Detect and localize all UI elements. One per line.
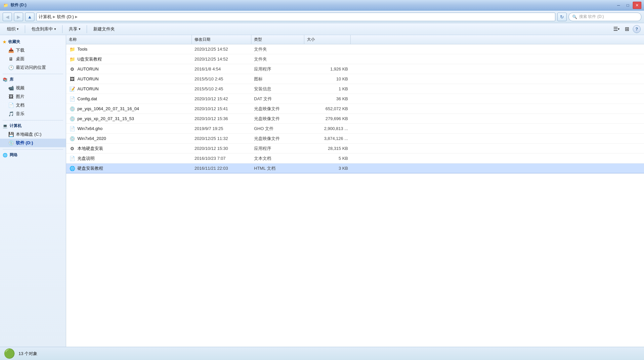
col-date-header[interactable]: 修改日期 xyxy=(192,35,251,44)
file-name: Win7x64.gho xyxy=(77,126,103,131)
table-row[interactable]: 📝 AUTORUN 2015/5/10 2:45 安装信息 1 KB xyxy=(66,84,644,94)
recent-icon: 🕐 xyxy=(8,65,14,70)
sidebar-item-image[interactable]: 🖼 图片 xyxy=(0,92,66,101)
help-label: ? xyxy=(635,26,638,31)
recent-label: 最近访问的位置 xyxy=(16,65,46,70)
file-type: 光盘映像文件 xyxy=(251,106,304,112)
sidebar-item-drive-d[interactable]: 💿 软件 (D:) xyxy=(0,139,66,147)
sidebar-item-desktop[interactable]: 🖥 桌面 xyxy=(0,55,66,63)
sidebar: ★ 收藏夹 📥 下载 🖥 桌面 🕐 最近访问的位置 📚 库 xyxy=(0,35,66,347)
file-icon: ⚙ xyxy=(69,66,75,72)
drive-d-label: 软件 (D:) xyxy=(16,140,33,146)
file-type: 文件夹 xyxy=(251,46,304,52)
breadcrumb[interactable]: 计算机 ▶ 软件 (D:) ▶ xyxy=(36,13,555,21)
minimize-button[interactable]: ─ xyxy=(614,2,623,9)
refresh-button[interactable]: ↻ xyxy=(557,13,567,21)
image-icon: 🖼 xyxy=(8,94,14,100)
titlebar-left: 📁 软件 (D:) xyxy=(3,2,26,8)
table-row[interactable]: 📁 U盘安装教程 2020/12/25 14:52 文件夹 xyxy=(66,54,644,64)
sidebar-item-download[interactable]: 📥 下载 xyxy=(0,46,66,55)
table-row[interactable]: ⚙ AUTORUN 2016/1/8 4:54 应用程序 1,926 KB xyxy=(66,64,644,74)
sidebar-item-video[interactable]: 📹 视频 xyxy=(0,84,66,92)
sidebar-item-doc[interactable]: 📄 文档 xyxy=(0,101,66,110)
forward-button[interactable]: ▶ xyxy=(14,13,23,21)
titlebar: 📁 软件 (D:) ─ □ ✕ xyxy=(0,0,644,11)
local-c-label: 本地磁盘 (C:) xyxy=(16,131,41,137)
file-date: 2016/11/21 22:03 xyxy=(192,166,251,171)
toolbar-sep-3 xyxy=(87,25,87,33)
library-icon: 📚 xyxy=(3,77,8,82)
view-arrow: ▾ xyxy=(618,27,620,31)
file-date: 2020/10/12 15:41 xyxy=(192,106,251,111)
organize-label: 组织 xyxy=(7,26,16,32)
library-label: 库 xyxy=(10,77,14,82)
file-name: pe_yqs_xp_20_07_31_15_53 xyxy=(77,116,134,121)
toolbar-sep-2 xyxy=(62,25,63,33)
image-label: 图片 xyxy=(16,94,24,100)
file-name: Win7x64_2020 xyxy=(77,136,106,141)
download-icon: 📥 xyxy=(8,47,14,53)
file-type: 图标 xyxy=(251,76,304,82)
view-toggle-button[interactable]: ☰ ▾ xyxy=(612,24,621,34)
file-date: 2020/12/25 14:52 xyxy=(192,47,251,52)
table-row[interactable]: 💿 pe_yqs_xp_20_07_31_15_53 2020/10/12 15… xyxy=(66,114,644,124)
breadcrumb-drive[interactable]: 软件 (D:) xyxy=(57,14,74,20)
file-type: HTML 文档 xyxy=(251,165,304,171)
include-library-button[interactable]: 包含到库中 ▾ xyxy=(28,24,60,34)
file-size: 10 KB xyxy=(304,76,351,81)
toolbar-sep-1 xyxy=(25,25,25,33)
breadcrumb-computer[interactable]: 计算机 xyxy=(39,14,52,20)
forward-icon: ▶ xyxy=(17,14,21,20)
file-date: 2020/12/25 14:52 xyxy=(192,57,251,62)
video-icon: 📹 xyxy=(8,85,14,91)
file-type: GHO 文件 xyxy=(251,126,304,132)
search-bar[interactable]: 🔍 搜索 软件 (D:) xyxy=(569,13,641,21)
table-row[interactable]: 📁 Tools 2020/12/25 14:52 文件夹 xyxy=(66,44,644,54)
file-size: 5 KB xyxy=(304,156,351,161)
col-name-header[interactable]: 名称 xyxy=(66,35,192,44)
file-size: 652,072 KB xyxy=(304,106,351,111)
computer-header[interactable]: 💻 计算机 xyxy=(0,122,66,130)
table-row[interactable]: ⚙ 本地硬盘安装 2020/10/12 15:30 应用程序 28,315 KB xyxy=(66,144,644,154)
col-size-header[interactable]: 大小 xyxy=(304,35,351,44)
favorites-header[interactable]: ★ 收藏夹 xyxy=(0,38,66,46)
view-list-button[interactable]: ⊞ xyxy=(622,24,631,34)
organize-button[interactable]: 组织 ▾ xyxy=(3,24,22,34)
table-row[interactable]: 📄 Win7x64.gho 2019/9/7 19:25 GHO 文件 2,90… xyxy=(66,124,644,134)
close-button[interactable]: ✕ xyxy=(633,2,641,9)
sidebar-item-local-c[interactable]: 💾 本地磁盘 (C:) xyxy=(0,130,66,139)
table-row[interactable]: 📄 光盘说明 2016/10/23 7:07 文本文档 5 KB xyxy=(66,154,644,163)
table-row[interactable]: 🖼 AUTORUN 2015/5/10 2:45 图标 10 KB xyxy=(66,74,644,84)
sidebar-item-recent[interactable]: 🕐 最近访问的位置 xyxy=(0,63,66,72)
back-button[interactable]: ◀ xyxy=(3,13,12,21)
file-date: 2019/9/7 19:25 xyxy=(192,126,251,131)
table-row[interactable]: 📄 Config.dat 2020/10/12 15:42 DAT 文件 36 … xyxy=(66,94,644,104)
share-arrow: ▾ xyxy=(79,27,80,31)
table-row[interactable]: 🌐 硬盘安装教程 2016/11/21 22:03 HTML 文档 3 KB xyxy=(66,163,644,173)
file-type: 光盘映像文件 xyxy=(251,136,304,142)
network-header[interactable]: 🌐 网络 xyxy=(0,151,66,159)
file-size: 3,874,126 ... xyxy=(304,136,351,141)
library-header[interactable]: 📚 库 xyxy=(0,75,66,84)
file-size: 36 KB xyxy=(304,96,351,101)
file-type: 应用程序 xyxy=(251,146,304,152)
up-button[interactable]: ▲ xyxy=(25,13,34,21)
help-button[interactable]: ? xyxy=(633,25,641,33)
file-size: 2,900,813 ... xyxy=(304,126,351,131)
file-date: 2020/12/25 11:32 xyxy=(192,136,251,141)
column-header: 名称 修改日期 类型 大小 xyxy=(66,35,644,44)
new-folder-button[interactable]: 新建文件夹 xyxy=(90,24,118,34)
table-row[interactable]: 💿 Win7x64_2020 2020/12/25 11:32 光盘映像文件 3… xyxy=(66,134,644,144)
sidebar-divider-1 xyxy=(3,74,63,74)
table-row[interactable]: 💿 pe_yqs_1064_20_07_31_16_04 2020/10/12 … xyxy=(66,104,644,114)
network-section: 🌐 网络 xyxy=(0,151,66,159)
col-type-header[interactable]: 类型 xyxy=(251,35,304,44)
sidebar-item-music[interactable]: 🎵 音乐 xyxy=(0,110,66,118)
file-area: 名称 修改日期 类型 大小 📁 Tools 2020/12/25 14:52 文… xyxy=(66,35,644,347)
share-button[interactable]: 共享 ▾ xyxy=(65,24,84,34)
file-name: 光盘说明 xyxy=(77,156,95,161)
file-icon: 📁 xyxy=(69,56,75,63)
maximize-button[interactable]: □ xyxy=(623,2,632,9)
statusbar: 🟢 13 个对象 xyxy=(0,347,644,360)
breadcrumb-arrow-1: ▶ xyxy=(53,15,56,19)
